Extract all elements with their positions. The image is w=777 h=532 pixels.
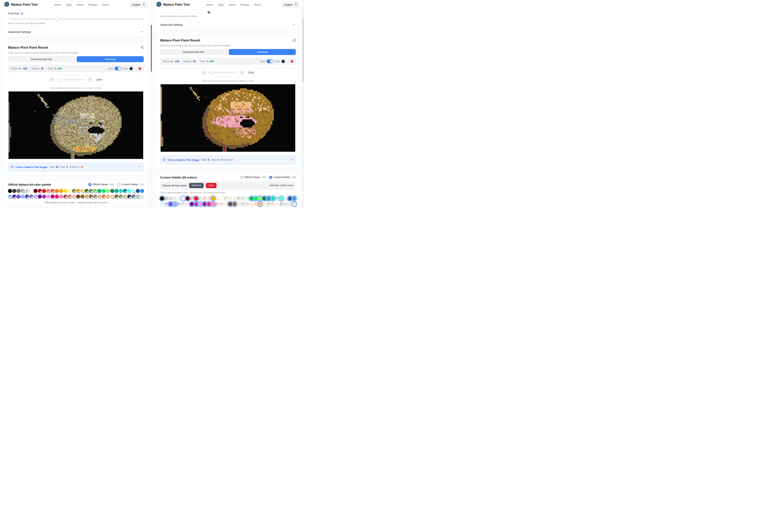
color-swatch[interactable] [262,202,266,206]
zoom-slider-thumb[interactable] [59,78,63,81]
zoom-in-button[interactable]: + [87,77,92,82]
color-swatch[interactable] [211,202,215,206]
color-swatch[interactable] [292,196,296,201]
nav-about[interactable]: About [229,3,235,6]
color-swatch[interactable] [72,189,76,193]
color-swatch[interactable] [102,189,106,193]
color-swatch[interactable] [12,189,16,193]
color-swatch[interactable] [8,195,12,199]
zoom-out-button[interactable]: − [202,70,207,75]
color-swatch[interactable] [29,195,33,199]
color-swatch[interactable] [46,189,50,193]
pixel-size-slider[interactable] [8,18,143,20]
color-swatch[interactable] [89,195,93,199]
clear-button[interactable]: Clear [206,183,217,188]
color-swatch[interactable] [38,195,42,199]
color-swatch[interactable] [190,196,194,201]
color-swatch[interactable] [106,189,110,193]
nav-home[interactable]: Home [54,3,61,6]
color-swatch[interactable] [186,202,190,206]
color-swatch[interactable] [59,195,63,199]
color-swatch[interactable] [160,202,164,206]
color-swatch[interactable] [280,196,284,201]
share-icon[interactable] [140,46,144,50]
color-swatch[interactable] [203,202,207,206]
color-option-white[interactable] [134,67,137,70]
color-swatch[interactable] [275,196,279,201]
color-swatch[interactable] [63,189,68,193]
color-swatch[interactable] [42,189,46,193]
color-swatch[interactable] [68,195,72,199]
color-swatch[interactable] [198,202,202,206]
left-pane-scrollbar-thumb[interactable] [151,25,152,72]
color-swatch[interactable] [181,196,185,201]
download-button[interactable]: Download [229,49,296,55]
zoom-slider-thumb[interactable] [211,71,214,74]
download-with-grid-button[interactable]: Download with Grid [8,56,75,62]
color-swatch[interactable] [140,189,144,193]
color-swatch[interactable] [80,189,85,193]
select-all-button[interactable]: Select All [189,183,204,188]
color-swatch[interactable] [288,196,292,201]
color-swatch[interactable] [215,196,219,201]
color-swatch[interactable] [254,202,258,206]
color-swatch[interactable] [203,196,207,201]
right-scrollbar-thumb[interactable] [303,18,304,82]
color-option-black[interactable] [130,67,132,70]
color-swatch[interactable] [123,195,127,199]
color-swatch[interactable] [46,195,50,199]
colors-used-bar[interactable]: Colors Used in This Image Total: 6 Free:… [160,155,296,165]
color-swatch[interactable] [102,195,106,199]
color-swatch[interactable] [198,196,202,201]
color-swatch[interactable] [258,202,262,206]
color-swatch[interactable] [262,196,266,201]
color-swatch[interactable] [29,189,33,193]
pixel-image-container[interactable] [160,84,296,152]
color-option-red[interactable] [138,67,141,70]
nav-privacy[interactable]: Privacy [240,3,249,6]
color-swatch[interactable] [97,195,102,199]
nav-privacy[interactable]: Privacy [88,3,97,6]
color-swatch[interactable] [127,189,131,193]
nav-blog[interactable]: Blog [66,3,72,6]
nav-terms[interactable]: Terms [102,3,109,6]
color-swatch[interactable] [186,196,190,201]
language-select[interactable]: English [130,2,147,8]
color-swatch[interactable] [38,189,42,193]
advanced-settings-row[interactable]: Advanced Settings [160,20,296,29]
color-swatch[interactable] [271,202,275,206]
color-swatch[interactable] [177,202,181,206]
color-swatch[interactable] [164,202,169,206]
color-swatch[interactable] [190,202,194,206]
color-swatch[interactable] [119,195,123,199]
color-swatch[interactable] [194,202,198,206]
color-swatch[interactable] [136,189,140,193]
color-swatch[interactable] [42,195,46,199]
color-swatch[interactable] [288,202,292,206]
official-palette-radio[interactable]: Official Palette (64) [88,183,114,186]
color-swatch[interactable] [131,189,136,193]
color-swatch[interactable] [33,195,37,199]
color-swatch[interactable] [72,195,76,199]
color-swatch[interactable] [80,195,85,199]
color-swatch[interactable] [68,189,72,193]
color-swatch[interactable] [50,189,54,193]
color-swatch[interactable] [254,196,258,201]
color-swatch[interactable] [127,195,131,199]
color-swatch[interactable] [160,196,164,201]
color-swatch[interactable] [76,189,80,193]
advanced-settings-row[interactable]: Advanced Settings [8,27,144,37]
color-swatch[interactable] [275,202,279,206]
color-swatch[interactable] [194,196,198,201]
color-swatch[interactable] [140,195,144,199]
color-swatch[interactable] [232,202,236,206]
color-swatch[interactable] [114,189,119,193]
color-swatch[interactable] [237,202,241,206]
custom-palette-radio[interactable]: Custom Palette (26) [117,183,144,186]
color-swatch[interactable] [207,196,211,201]
color-swatch[interactable] [241,202,245,206]
color-swatch[interactable] [245,196,249,201]
color-swatch[interactable] [228,196,232,201]
color-swatch[interactable] [110,195,114,199]
color-swatch[interactable] [119,189,123,193]
